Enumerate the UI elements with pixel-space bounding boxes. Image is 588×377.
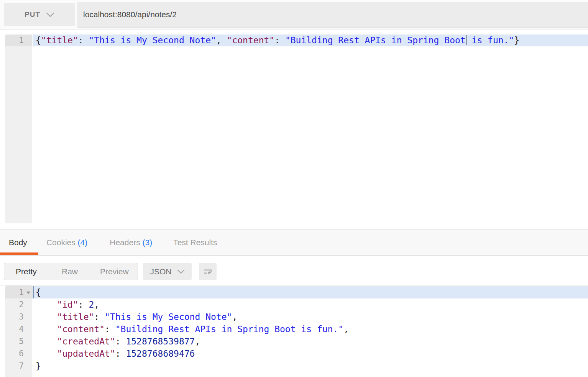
code-token (36, 300, 57, 310)
code-token: "Building Rest APIs in Spring Boot (285, 35, 466, 45)
code-token: , (343, 324, 349, 334)
code-token (36, 324, 57, 334)
code-token: , (232, 312, 237, 322)
tab-cookies[interactable]: Cookies (4) (46, 238, 87, 247)
request-editor-gutter (5, 34, 32, 223)
code-line: "createdAt": 1528768539877, (33, 335, 588, 347)
view-mode-group: Pretty Raw Preview (4, 263, 138, 280)
response-line: 3 "title": "This is My Second Note", (5, 311, 588, 323)
code-token: "title" (41, 35, 78, 45)
format-label: JSON (150, 267, 171, 276)
chevron-down-icon (177, 269, 185, 274)
method-label: PUT (25, 10, 40, 19)
code-token: , (195, 336, 200, 346)
tab-cookies-label: Cookies (46, 238, 78, 247)
line-number: 5 (5, 335, 33, 347)
response-body-viewer[interactable]: 1 { 2 "id": 2, 3 "title": "This is My Se… (5, 285, 588, 377)
request-line-number: 1 (5, 34, 32, 46)
code-token (36, 349, 57, 359)
code-token: : (115, 349, 126, 359)
active-tab-indicator (0, 252, 38, 255)
code-token: : (94, 312, 105, 322)
code-token: , (94, 300, 99, 310)
code-token: "title" (57, 312, 94, 322)
wrap-lines-button[interactable] (199, 263, 217, 280)
format-select[interactable]: JSON (143, 263, 192, 280)
code-token: : (78, 35, 89, 45)
tab-test-results[interactable]: Test Results (173, 238, 217, 247)
code-token (36, 312, 57, 322)
response-line: 6 "updatedAt": 1528768689476 (5, 347, 588, 360)
code-token: { (36, 35, 41, 45)
code-token: "createdAt" (57, 336, 115, 346)
raw-button[interactable]: Raw (62, 263, 78, 280)
wrap-text-icon (203, 267, 213, 277)
line-number: 3 (5, 311, 33, 323)
pretty-button[interactable]: Pretty (16, 263, 37, 280)
line-number: 7 (5, 360, 33, 372)
code-token: , (216, 35, 227, 45)
text-cursor (33, 286, 34, 298)
response-line: 4 "content": "Building Rest APIs in Spri… (5, 323, 588, 335)
chevron-down-icon (46, 12, 54, 17)
code-token: 1528768689476 (126, 349, 195, 359)
code-token: is fun." (466, 35, 514, 45)
line-number: 2 (5, 298, 33, 311)
request-body-editor[interactable]: 1 {"title": "This is My Second Note", "c… (5, 34, 588, 223)
code-token: "updatedAt" (57, 349, 115, 359)
code-token: } (514, 35, 519, 45)
tab-body[interactable]: Body (9, 238, 27, 247)
method-selector[interactable]: PUT (4, 3, 75, 26)
code-line: } (33, 360, 588, 372)
response-line: 1 { (5, 286, 588, 298)
response-toolbar: Pretty Raw Preview JSON (0, 263, 588, 280)
url-input[interactable]: localhost:8080/api/notes/2 (77, 2, 588, 28)
code-token: "Building Rest APIs in Spring Boot is fu… (115, 324, 343, 334)
preview-button[interactable]: Preview (100, 263, 129, 280)
code-token: "This is My Second Note" (89, 35, 216, 45)
code-line: "id": 2, (33, 298, 588, 311)
fold-caret-down-icon[interactable] (26, 292, 30, 294)
code-token: : (105, 324, 115, 334)
response-line: 2 "id": 2, (5, 298, 588, 311)
response-tab-bar: Body Cookies (4) Headers (3) Test Result… (0, 229, 588, 256)
code-token: 2 (89, 300, 94, 310)
code-token (36, 336, 57, 346)
request-bar: PUT localhost:8080/api/notes/2 (0, 0, 588, 30)
line-number: 6 (5, 347, 33, 360)
code-token: "content" (57, 324, 105, 334)
code-token: { (36, 287, 41, 297)
code-token: "content" (227, 35, 275, 45)
tab-headers[interactable]: Headers (3) (110, 238, 152, 247)
code-token: : (274, 35, 285, 45)
code-line: "updatedAt": 1528768689476 (33, 347, 588, 360)
code-token: : (115, 336, 126, 346)
headers-count-badge: (3) (142, 238, 152, 247)
request-code-line[interactable]: {"title": "This is My Second Note", "con… (33, 34, 588, 46)
code-token: } (36, 361, 41, 371)
code-line: { (33, 286, 588, 298)
cookies-count-badge: (4) (78, 238, 88, 247)
url-text: localhost:8080/api/notes/2 (83, 10, 177, 19)
code-token: "This is My Second Note" (105, 312, 232, 322)
code-line: "content": "Building Rest APIs in Spring… (33, 323, 588, 335)
postman-window: PUT localhost:8080/api/notes/2 1 {"title… (0, 0, 588, 377)
line-number: 1 (5, 286, 33, 298)
response-line: 7 } (5, 360, 588, 372)
code-token: "id" (57, 300, 78, 310)
code-line: "title": "This is My Second Note", (33, 311, 588, 323)
tab-headers-label: Headers (110, 238, 142, 247)
line-number: 4 (5, 323, 33, 335)
code-token: : (78, 300, 89, 310)
response-line: 5 "createdAt": 1528768539877, (5, 335, 588, 347)
code-token: 1528768539877 (126, 336, 195, 346)
